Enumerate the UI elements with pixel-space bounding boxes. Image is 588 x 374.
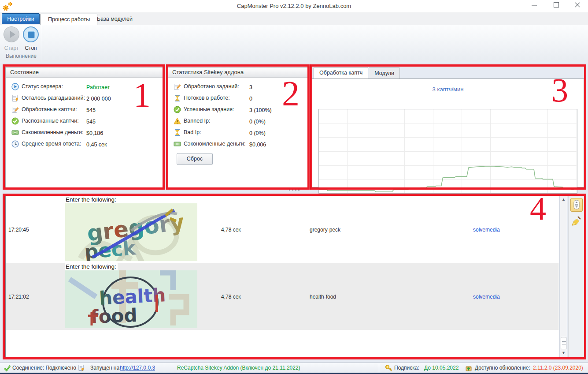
check-circle-icon (11, 117, 19, 125)
subscription-value: До 10.05.2022 (424, 365, 459, 371)
chart-title: 3 каптч/мин (312, 86, 584, 93)
scroll-up-arrow[interactable]: ▲ (560, 196, 567, 203)
captcha-image-block: Enter the following: health food (65, 263, 197, 329)
status-value: Работает (86, 84, 110, 91)
status-row: Среднее время ответа: 0,45 сек (6, 139, 163, 151)
stop-button[interactable]: Стоп (22, 26, 40, 51)
captcha-prompt: Enter the following: (65, 196, 118, 203)
start-label: Старт (2, 45, 21, 51)
tab-work-process[interactable]: Процесс работы (41, 14, 97, 25)
sitekey-row: Banned Ip: 0 (0%) (168, 116, 308, 128)
autoscroll-toggle-button[interactable] (570, 198, 583, 212)
status-row: Сэкономленные деньги: $0,186 (6, 128, 163, 139)
clock-icon (11, 140, 19, 148)
status-value: 0,45 сек (86, 141, 107, 149)
status-label: Среднее время ответа: (22, 141, 81, 147)
sitekey-panel-title: Статистика Sitekey аддона (168, 67, 308, 78)
vertical-scrollbar[interactable]: ▲ ▼ (560, 195, 567, 357)
window-title: CapMonster Pro v2.12.2.0 by ZennoLab.com (0, 0, 588, 12)
status-value: $0,186 (86, 130, 103, 137)
horizontal-splitter[interactable] (264, 189, 324, 193)
play-icon (4, 26, 19, 42)
execution-group: Старт Стоп Выполнение (0, 25, 42, 62)
sitekey-value: 0 (0%) (249, 118, 266, 126)
status-value: 2 000 000 (86, 95, 111, 103)
captcha-image-block: Enter the following: gregory peck (65, 196, 197, 262)
sitekey-row: Обработано заданий: 3 (168, 82, 308, 94)
tab-captcha-processing[interactable]: Обработка каптч (314, 67, 368, 79)
warning-icon (174, 117, 181, 125)
captcha-row[interactable]: 17:21:02 Enter the following: health foo… (6, 263, 559, 330)
tab-settings[interactable]: Настройки (2, 13, 40, 24)
hourglass-icon (174, 129, 181, 136)
maximize-button[interactable] (550, 2, 563, 11)
running-at-label: Запущен на (90, 365, 119, 371)
sitekey-row: Потоков в работе: 0 (168, 94, 308, 105)
update-box-icon (465, 364, 473, 372)
stop-icon (23, 26, 39, 42)
update-value: 2.11.2.0 (23.09.2020) (533, 365, 583, 371)
addon-status: ReCaptcha Sitekey Addon (Включен до 21.1… (177, 365, 300, 371)
broom-icon (572, 216, 582, 226)
tab-modules[interactable]: Модули (369, 67, 400, 79)
tab-modules-db[interactable]: База модулей (90, 14, 140, 25)
scroll-down-arrow[interactable]: ▼ (560, 349, 567, 357)
captcha-row[interactable]: 17:20:45 Enter the following: gregory pe… (6, 196, 559, 263)
subscription-label: Подписка: (394, 365, 419, 371)
ribbon-tab-strip: Настройки Процесс работы База модулей (0, 12, 588, 25)
sitekey-label: Banned Ip: (184, 118, 210, 124)
sitekey-row: Bad Ip: 0 (0%) (168, 128, 308, 139)
status-panel: Состояние Статус сервера: Работает Остал… (5, 67, 164, 188)
status-value: 545 (86, 107, 96, 114)
update-label: Доступно обновление: (475, 365, 530, 371)
sitekey-label: Потоков в работе: (184, 95, 230, 101)
capmonster-window: CapMonster Pro v2.12.2.0 by ZennoLab.com… (0, 0, 588, 374)
status-bar: Соединение: Подключено Запущен на http:/… (0, 363, 588, 373)
captcha-time: 17:20:45 (8, 227, 29, 233)
sitekey-value: 0 (0%) (249, 130, 266, 137)
check-circle-icon (174, 106, 181, 113)
key-icon (385, 364, 392, 372)
minimize-button[interactable] (528, 2, 541, 11)
status-label: Статус сервера: (22, 83, 63, 90)
clear-list-button[interactable] (572, 216, 582, 226)
start-button[interactable]: Старт (2, 26, 21, 51)
status-value: 545 (86, 118, 96, 126)
execution-group-label: Выполнение (0, 53, 42, 59)
stop-label: Стоп (22, 45, 40, 51)
captcha-provider-link[interactable]: solvemedia (473, 294, 500, 300)
list-tool-strip (568, 195, 584, 357)
connection-status: Соединение: Подключено (12, 365, 76, 371)
statusbar-separator (379, 364, 379, 372)
sitekey-value: 0 (249, 95, 252, 103)
sitekey-stats-panel: Статистика Sitekey аддона Обработано зад… (167, 67, 308, 188)
captcha-answer: gregory-peck (310, 227, 340, 233)
close-button[interactable] (571, 2, 584, 11)
status-label: Обработаные каптчи: (22, 106, 77, 112)
reset-button[interactable]: Сброс (177, 153, 213, 165)
captcha-time: 17:21:02 (8, 294, 29, 300)
server-url-link[interactable]: http://127.0.0.3 (120, 365, 155, 371)
sitekey-value: 3 (100%) (249, 107, 272, 114)
sitekey-label: Bad Ip: (184, 129, 201, 135)
chart-line (319, 166, 577, 192)
sitekey-row: Сэкономленные деньги: $0,006 (168, 139, 308, 151)
server-doc-icon (78, 364, 85, 372)
notepad-pencil-icon (11, 106, 19, 113)
captcha-image: health food (65, 270, 197, 328)
status-row: Статус сервера: Работает (6, 82, 163, 94)
sitekey-value: $0,006 (249, 141, 266, 149)
status-row: Распознанные каптчи: 545 (6, 116, 163, 128)
captcha-list: 17:20:45 Enter the following: gregory pe… (5, 195, 559, 357)
captcha-image: gregory peck (65, 203, 197, 261)
captcha-prompt: Enter the following: (65, 263, 118, 270)
status-row: Обработаные каптчи: 545 (6, 105, 163, 116)
sitekey-label: Успешные задания: (184, 106, 234, 112)
scroll-thumb[interactable] (561, 337, 566, 349)
captcha-duration: 4,78 сек (221, 227, 241, 233)
notepad-pencil-icon (174, 83, 181, 90)
status-row: Осталось разгадываний: 2 000 000 (6, 94, 163, 105)
captcha-provider-link[interactable]: solvemedia (473, 227, 500, 233)
toggle-switch-icon (573, 200, 580, 209)
chart-panel: Обработка каптчМодули 3 каптч/мин (312, 67, 585, 188)
